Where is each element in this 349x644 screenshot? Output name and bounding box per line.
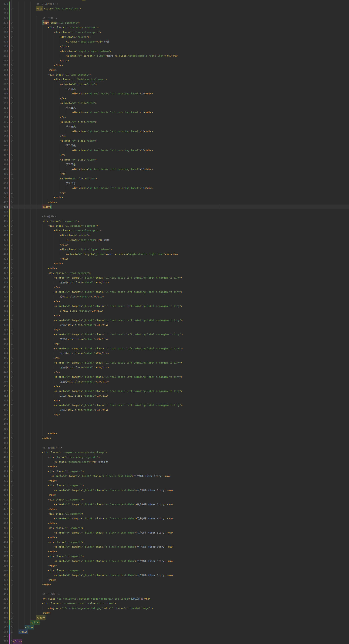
line-number[interactable]: 471: [0, 478, 8, 483]
code-line[interactable]: 384 </div>: [0, 68, 349, 72]
code-text[interactable]: <div class="five wide column">: [13, 6, 81, 11]
line-number[interactable]: 379: [0, 44, 8, 49]
line-number[interactable]: 459: [0, 422, 8, 426]
code-text[interactable]: 方法论<div class="detail">23</div>: [13, 280, 109, 285]
line-number[interactable]: 500: [0, 615, 8, 620]
code-text[interactable]: 方法论<div class="detail">23</div>: [13, 337, 109, 342]
code-line[interactable]: 461 </div>: [0, 431, 349, 436]
line-number[interactable]: 373: [0, 16, 8, 20]
code-line[interactable]: 471 </div>: [0, 478, 349, 483]
line-number[interactable]: 474: [0, 492, 8, 497]
code-text[interactable]: <div class="ui teal basic left pointing …: [13, 129, 153, 134]
code-line[interactable]: 419 <div class="column">: [0, 233, 349, 238]
code-line[interactable]: 493 </div>: [0, 582, 349, 587]
line-number[interactable]: 427: [0, 271, 8, 275]
line-number[interactable]: 377: [0, 34, 8, 39]
code-line[interactable]: 426 </div>: [0, 266, 349, 271]
code-text[interactable]: <div class="column">: [13, 34, 89, 39]
code-text[interactable]: <div class="ui segments">: [13, 219, 79, 224]
code-text[interactable]: <div class="ui teal basic left pointing …: [13, 167, 153, 172]
code-text[interactable]: <!--最新推荐-->: [13, 445, 62, 450]
code-line[interactable]: 408 学习日志: [0, 181, 349, 186]
line-number[interactable]: 418: [0, 228, 8, 233]
code-line[interactable]: 502 </div>: [0, 625, 349, 630]
code-text[interactable]: <a href="#" class="item">: [13, 176, 97, 181]
code-line[interactable]: 409 <div class="ui teal basic left point…: [0, 186, 349, 190]
code-text[interactable]: </a>: [13, 299, 60, 304]
code-line[interactable]: 448 </a>: [0, 370, 349, 374]
code-text[interactable]: <a href="#" target="_blank" class="ui te…: [13, 360, 183, 365]
code-line[interactable]: 374 <div class="ui segments">: [0, 20, 349, 25]
code-text[interactable]: <div class="column">: [13, 233, 89, 238]
line-number[interactable]: 491: [0, 573, 8, 578]
code-line[interactable]: 436 </a>: [0, 313, 349, 318]
code-line[interactable]: 499 </div>: [0, 610, 349, 615]
line-number[interactable]: 439: [0, 327, 8, 332]
code-text[interactable]: 学习日志: [13, 162, 76, 167]
code-text[interactable]: </a>: [13, 285, 60, 290]
code-line[interactable]: 403 <a href="#" class="item">: [0, 157, 349, 162]
code-line[interactable]: 468 </div>: [0, 464, 349, 469]
code-text[interactable]: </a>: [13, 356, 60, 360]
line-number[interactable]: 465: [0, 450, 8, 455]
code-text[interactable]: <div class="ui segment">: [13, 554, 84, 559]
code-line[interactable]: 492 </div>: [0, 578, 349, 582]
code-line[interactable]: 422 <div class=" right aligned column">: [0, 247, 349, 252]
line-number[interactable]: 428: [0, 275, 8, 280]
code-text[interactable]: </div>: [13, 563, 57, 568]
code-text[interactable]: </a>: [13, 172, 66, 176]
code-line-caret[interactable]: 413 </div>: [0, 204, 349, 209]
line-number[interactable]: 411: [0, 195, 8, 200]
line-number[interactable]: 384: [0, 68, 8, 72]
code-text[interactable]: <a href="#" target="_blank" class="ui te…: [13, 374, 183, 379]
code-text[interactable]: </div>: [13, 195, 63, 200]
line-number[interactable]: 501: [0, 620, 8, 625]
line-number[interactable]: 430: [0, 285, 8, 290]
code-text[interactable]: 论<div class="detail">23</div>: [13, 294, 104, 299]
code-text[interactable]: <div class=" right aligned column">: [13, 49, 112, 54]
code-text[interactable]: <a href="#" target="_blank" class="ui te…: [13, 304, 183, 308]
line-number[interactable]: 436: [0, 313, 8, 318]
code-text[interactable]: [13, 417, 48, 422]
line-number[interactable]: 419: [0, 233, 8, 238]
code-text[interactable]: [13, 209, 42, 214]
code-text[interactable]: </div>: [13, 464, 57, 469]
code-line[interactable]: 407 <a href="#" class="item">: [0, 176, 349, 181]
code-line[interactable]: 382 </div>: [0, 58, 349, 63]
code-text[interactable]: </div>: [13, 266, 57, 271]
code-text[interactable]: <a href="#" target="_blank" class="m-bla…: [13, 502, 173, 507]
code-line[interactable]: 480 </div>: [0, 521, 349, 526]
line-number[interactable]: 468: [0, 464, 8, 469]
code-line[interactable]: 498 <img src="./static/images/wechat.jpg…: [0, 606, 349, 610]
code-line[interactable]: 387 <a href="#" class="item">: [0, 82, 349, 86]
line-number[interactable]: 444: [0, 351, 8, 356]
code-line[interactable]: 390 </a>: [0, 96, 349, 101]
code-text[interactable]: <a href="#" class="item">: [13, 138, 97, 143]
code-text[interactable]: [13, 422, 48, 426]
code-text[interactable]: 学习日志: [13, 143, 76, 148]
code-line[interactable]: 465 <div class="ui segments m-margin-top…: [0, 450, 349, 455]
code-text[interactable]: <i class="idea icon"></i> 分类: [13, 39, 109, 44]
code-line[interactable]: 378 <i class="idea icon"></i> 分类: [0, 39, 349, 44]
code-text[interactable]: <a href="#" target="_blank" class="ui te…: [13, 389, 183, 394]
code-text[interactable]: </div>: [13, 507, 57, 512]
code-text[interactable]: </div>: [13, 639, 22, 644]
code-text[interactable]: <div class="ui teal basic left pointing …: [13, 110, 153, 115]
code-line[interactable]: 460: [0, 426, 349, 431]
code-text[interactable]: <a href="#" class="item">: [13, 82, 97, 86]
code-line[interactable]: 442 </a>: [0, 342, 349, 346]
line-number[interactable]: 504: [0, 634, 8, 639]
code-text[interactable]: <img src="./static/images/wechat.jpg" al…: [13, 606, 153, 610]
code-editor[interactable]: 370 <!--右边的top-->371 <div class="five wi…: [0, 0, 349, 644]
code-line[interactable]: 397 <div class="ui teal basic left point…: [0, 129, 349, 134]
code-text[interactable]: </div>: [13, 578, 57, 582]
code-line[interactable]: 490 <div class="ui segment">: [0, 568, 349, 573]
code-text[interactable]: 方法论<div class="detail">23</div>: [13, 365, 109, 370]
code-line[interactable]: 487 <div class="ui segment">: [0, 554, 349, 559]
line-number[interactable]: 470: [0, 474, 8, 478]
code-line[interactable]: 388 学习日志: [0, 86, 349, 91]
code-line[interactable]: 386 <div class="ui fluid vertical menu">: [0, 77, 349, 82]
line-number[interactable]: 386: [0, 77, 8, 82]
code-text[interactable]: </a>: [13, 384, 60, 389]
code-line[interactable]: 370 <!--右边的top-->: [0, 2, 349, 6]
